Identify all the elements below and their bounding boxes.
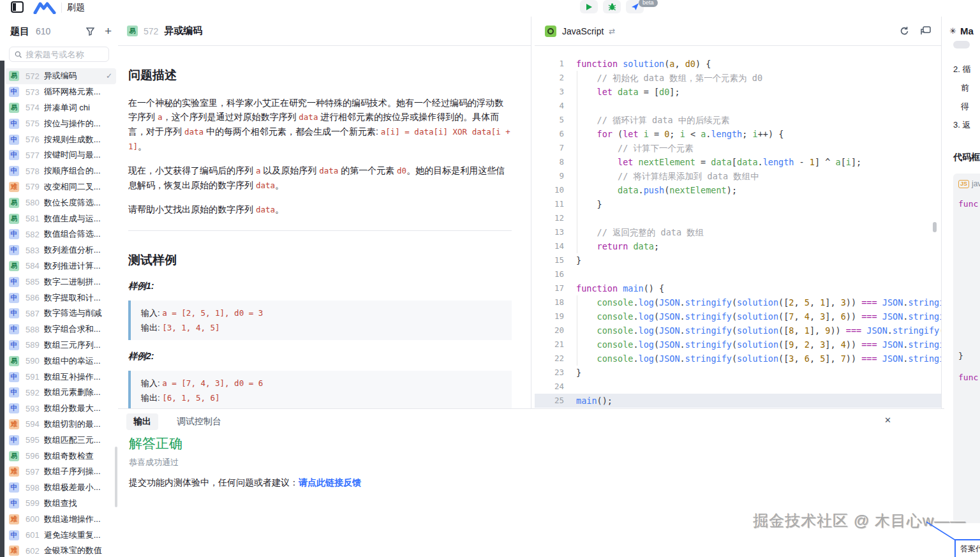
ai-panel-title: Ma — [960, 26, 974, 36]
line-number: 8 — [535, 155, 564, 169]
problem-id: 580 — [26, 198, 40, 207]
problem-list-item[interactable]: 易590数组中的幸运... — [5, 353, 116, 369]
problem-list-item[interactable]: 中578按顺序组合的... — [5, 163, 116, 179]
problem-list-item[interactable]: 易596数组奇数检查 — [5, 448, 116, 464]
answer-code-tooltip: 答案代 — [954, 539, 980, 557]
problem-list-item[interactable]: 中582数值组合筛选... — [5, 227, 116, 242]
problem-item-title: 数组中的幸运... — [44, 355, 101, 367]
problem-item-title: 避免连续重复... — [44, 530, 101, 541]
problem-list-item[interactable]: 中592数组元素删除... — [5, 385, 116, 401]
problem-item-title: 数组匹配三元... — [44, 434, 101, 446]
problem-list-item[interactable]: 中601避免连续重复... — [5, 527, 116, 543]
problem-id: 574 — [26, 103, 40, 112]
result-title: 解答正确 — [129, 434, 182, 452]
problem-list-item[interactable]: 中599数组查找 — [5, 496, 116, 512]
problem-list-item[interactable]: 中588数字组合求和... — [5, 322, 116, 338]
problem-list-item[interactable]: 中595数组匹配三元... — [5, 432, 116, 448]
problem-list-item[interactable]: 难594数组切割的最... — [5, 417, 116, 433]
sidebar-toggle-icon[interactable] — [10, 1, 24, 14]
problem-list-item[interactable]: 中586数字提取和计... — [5, 290, 116, 306]
problem-id: 588 — [26, 325, 40, 334]
paper-plane-icon — [631, 3, 639, 11]
problem-id: 587 — [26, 309, 40, 318]
problem-item-title: 循环网格元素... — [44, 86, 101, 98]
switch-language-icon[interactable]: ⇄ — [609, 27, 615, 36]
problem-list-item[interactable]: 中587数字筛选与削减 — [5, 306, 116, 322]
tab-output[interactable]: 输出 — [126, 413, 158, 430]
editor-header: JavaScript ⇄ — [535, 17, 941, 46]
difficulty-badge: 中 — [9, 324, 19, 334]
problem-id: 572 — [26, 71, 40, 81]
close-icon[interactable]: ✕ — [884, 415, 891, 425]
problem-list-item[interactable]: 中576按规则生成数... — [5, 131, 116, 147]
description-paragraph: 现在，小艾获得了编码后的序列 a 以及原始序列 data 的第一个元素 d0。她… — [128, 163, 512, 193]
line-number: 25 — [535, 394, 564, 408]
run-button[interactable] — [580, 0, 598, 13]
problem-list-item[interactable]: 中583数列差值分析... — [5, 242, 116, 258]
line-number: 10 — [535, 183, 564, 197]
ai-code-fragment: } — [958, 351, 963, 360]
problem-list-item[interactable]: 难597数组子序列操... — [5, 464, 116, 480]
line-number: 23 — [535, 366, 564, 380]
problem-list-item[interactable]: 中593数组分数最大... — [5, 401, 116, 417]
problem-id: 579 — [26, 182, 40, 191]
problem-list-item[interactable]: 易580数位长度筛选... — [5, 195, 116, 211]
problem-item-title: 按规则生成数... — [44, 134, 101, 145]
problem-id: 591 — [26, 372, 40, 382]
editor-scrollbar[interactable] — [933, 222, 937, 232]
problem-list-item[interactable]: 中589数组三元序列... — [5, 338, 116, 353]
problem-list-item[interactable]: 易581数值生成与运... — [5, 211, 116, 227]
difficulty-badge: 中 — [9, 372, 19, 382]
problem-list-item[interactable]: 中577按键时间与最... — [5, 147, 116, 163]
line-number: 5 — [535, 113, 564, 127]
problem-list-item[interactable]: 易574拼凑单词 chi — [5, 100, 116, 116]
feedback-link[interactable]: 请点此链接反馈 — [299, 477, 361, 487]
problem-count: 610 — [36, 26, 50, 36]
ai-list-line: 2. 循 — [953, 64, 970, 75]
problem-id: 592 — [26, 388, 40, 397]
problem-list-item[interactable]: 易572异或编码✓ — [5, 68, 116, 84]
difficulty-badge: 易 — [9, 261, 19, 271]
play-icon — [585, 3, 593, 11]
add-icon[interactable]: + — [105, 27, 112, 36]
difficulty-badge: 易 — [9, 356, 19, 366]
line-number: 14 — [535, 239, 564, 253]
difficulty-badge: 中 — [9, 403, 19, 413]
problem-item-title: 数值生成与运... — [44, 213, 101, 225]
problem-id: 590 — [26, 356, 40, 366]
problem-item-title: 数组三元序列... — [44, 339, 101, 351]
reset-code-icon[interactable] — [900, 26, 909, 36]
problem-item-title: 拼凑单词 chi — [44, 102, 90, 114]
difficulty-badge: 中 — [9, 387, 19, 397]
difficulty-badge: 中 — [9, 340, 19, 350]
debug-button[interactable] — [603, 0, 621, 13]
problem-id: 578 — [26, 167, 40, 176]
problem-list-item[interactable]: 中585数字二进制拼... — [5, 274, 116, 290]
problem-id: 585 — [26, 277, 40, 286]
problem-list-item[interactable]: 难600数组递增操作... — [5, 511, 116, 527]
problem-list-item[interactable]: 难579改变相同二叉... — [5, 179, 116, 195]
filter-icon[interactable] — [86, 27, 94, 36]
topbar-menu-label[interactable]: 刷题 — [67, 2, 85, 13]
problem-list-item[interactable]: 中575按位与操作的... — [5, 115, 116, 131]
sidebar-scrollbar[interactable] — [115, 447, 117, 507]
line-number: 9 — [535, 169, 564, 183]
problem-sidebar: 题目 610 + 易572异或编码✓中573循环网格元素...易574拼凑单词 … — [0, 17, 118, 557]
problem-list-item[interactable]: 中573循环网格元素... — [5, 84, 116, 100]
sample-title: 样例2: — [128, 351, 512, 362]
line-number: 17 — [535, 281, 564, 295]
problem-id: 595 — [26, 435, 40, 445]
left-edge-strip — [0, 61, 4, 557]
search-box[interactable] — [9, 47, 109, 62]
problem-list-item[interactable]: 难602金银珠宝的数值 — [5, 543, 116, 557]
problem-list-item[interactable]: 中598数组极差最小... — [5, 480, 116, 496]
tab-debug-console[interactable]: 调试控制台 — [170, 413, 228, 430]
difficulty-badge: 中 — [9, 277, 19, 287]
difficulty-badge: 中 — [9, 435, 19, 445]
search-input[interactable] — [26, 50, 103, 59]
problem-id: 599 — [26, 498, 40, 508]
problem-list-item[interactable]: 易584数列推进计算... — [5, 258, 116, 274]
format-code-icon[interactable] — [921, 26, 931, 36]
problem-item-title: 改变相同二叉... — [44, 181, 101, 193]
problem-list-item[interactable]: 中591数组互补操作... — [5, 369, 116, 385]
